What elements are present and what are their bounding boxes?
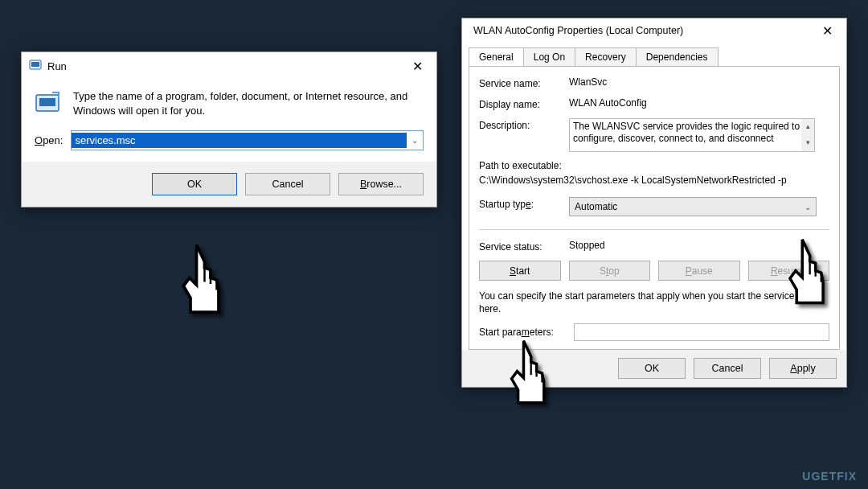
- tab-recovery[interactable]: Recovery: [575, 47, 637, 66]
- run-dialog: Run ✕ Type the name of a program, folder…: [21, 51, 437, 208]
- start-button[interactable]: Start: [479, 261, 561, 281]
- scroll-down-icon[interactable]: ▾: [801, 135, 814, 151]
- description-scrollbar[interactable]: ▴ ▾: [801, 119, 814, 151]
- run-icon: [28, 58, 43, 75]
- svg-rect-1: [31, 62, 39, 67]
- service-control-buttons: Start Stop Pause Resume: [479, 261, 829, 281]
- run-title: Run: [47, 60, 67, 72]
- run-titlebar[interactable]: Run ✕: [22, 52, 436, 80]
- tab-general[interactable]: General: [469, 47, 524, 66]
- display-name-value: WLAN AutoConfig: [569, 97, 647, 109]
- watermark: UGETFIX: [802, 470, 857, 483]
- run-description: Type the name of a program, folder, docu…: [73, 89, 424, 117]
- divider: [479, 229, 829, 230]
- service-status-label: Service status:: [479, 240, 569, 253]
- service-name-label: Service name:: [479, 76, 569, 89]
- description-label: Description:: [479, 118, 569, 131]
- stop-button: Stop: [569, 261, 651, 281]
- apply-button[interactable]: Apply: [769, 358, 837, 379]
- close-icon[interactable]: ✕: [814, 23, 840, 39]
- resume-button: Resume: [748, 261, 830, 281]
- pause-button: Pause: [658, 261, 740, 281]
- display-name-label: Display name:: [479, 97, 569, 110]
- ok-button[interactable]: OK: [152, 173, 237, 195]
- path-label: Path to executable:: [479, 160, 829, 171]
- properties-dialog: WLAN AutoConfig Properties (Local Comput…: [461, 18, 847, 388]
- startup-type-value: Automatic: [575, 201, 617, 212]
- props-titlebar[interactable]: WLAN AutoConfig Properties (Local Comput…: [462, 18, 846, 43]
- cancel-button[interactable]: Cancel: [694, 358, 761, 379]
- description-text: The WLANSVC service provides the logic r…: [573, 121, 800, 144]
- path-value: C:\Windows\system32\svchost.exe -k Local…: [479, 175, 829, 186]
- browse-button[interactable]: Browse...: [338, 173, 424, 195]
- tab-dependencies[interactable]: Dependencies: [636, 47, 719, 66]
- start-params-input[interactable]: [574, 323, 829, 341]
- svg-rect-3: [39, 98, 55, 106]
- open-label: Open:: [35, 134, 63, 146]
- ok-button[interactable]: OK: [618, 358, 686, 379]
- close-icon[interactable]: ✕: [404, 59, 430, 74]
- scroll-up-icon[interactable]: ▴: [801, 119, 814, 135]
- program-icon: [35, 89, 62, 117]
- description-box[interactable]: The WLANSVC service provides the logic r…: [569, 118, 815, 152]
- props-body: Service name: WlanSvc Display name: WLAN…: [469, 66, 840, 350]
- run-button-row: OK Cancel Browse...: [22, 162, 436, 207]
- props-title: WLAN AutoConfig Properties (Local Comput…: [473, 25, 683, 36]
- chevron-down-icon[interactable]: ⌄: [805, 203, 811, 212]
- cancel-button[interactable]: Cancel: [245, 173, 330, 195]
- service-name-value: WlanSvc: [569, 76, 607, 88]
- open-input[interactable]: services.msc: [72, 133, 407, 148]
- tab-strip: General Log On Recovery Dependencies: [462, 43, 846, 66]
- cursor-icon: [175, 240, 238, 323]
- startup-type-label: Startup type:: [479, 197, 569, 210]
- props-footer: OK Cancel Apply: [462, 350, 846, 387]
- startup-type-select[interactable]: Automatic ⌄: [569, 197, 817, 216]
- tab-logon[interactable]: Log On: [523, 47, 575, 66]
- path-block: Path to executable: C:\Windows\system32\…: [479, 160, 829, 186]
- service-status-value: Stopped: [569, 240, 605, 251]
- start-params-label: Start parameters:: [479, 327, 569, 338]
- start-params-note: You can specify the start parameters tha…: [479, 290, 829, 315]
- chevron-down-icon[interactable]: ⌄: [407, 136, 423, 145]
- open-combobox[interactable]: services.msc ⌄: [71, 130, 424, 150]
